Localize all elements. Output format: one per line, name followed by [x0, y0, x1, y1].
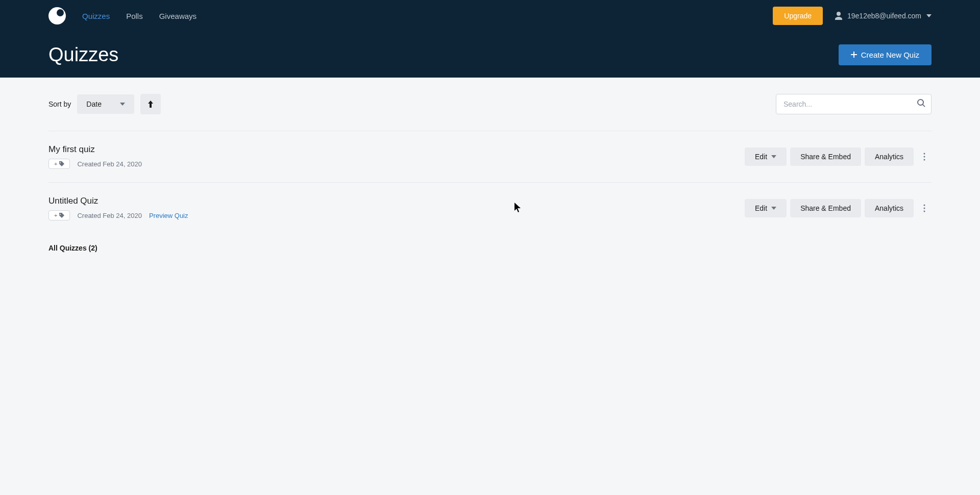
quiz-meta: + Created Feb 24, 2020 — [48, 159, 142, 169]
quiz-row: Untitled Quiz + Created Feb 24, 2020 Pre… — [48, 182, 932, 234]
upgrade-button[interactable]: Upgrade — [773, 7, 823, 25]
share-embed-button[interactable]: Share & Embed — [790, 199, 861, 217]
edit-label: Edit — [755, 204, 767, 212]
quiz-info: Untitled Quiz + Created Feb 24, 2020 Pre… — [48, 196, 188, 220]
quiz-meta: + Created Feb 24, 2020 Preview Quiz — [48, 210, 188, 220]
more-vertical-icon — [923, 204, 925, 212]
svg-point-4 — [924, 208, 925, 209]
search-wrap — [776, 94, 932, 114]
user-menu[interactable]: 19e12eb8@uifeed.com — [835, 12, 932, 20]
edit-label: Edit — [755, 153, 767, 161]
user-email: 19e12eb8@uifeed.com — [847, 12, 921, 20]
svg-point-0 — [924, 153, 925, 155]
chevron-down-icon — [926, 14, 932, 17]
create-new-quiz-button[interactable]: Create New Quiz — [839, 44, 932, 65]
sort-select[interactable]: Date — [77, 94, 134, 114]
title-row: Quizzes Create New Quiz — [0, 32, 980, 78]
chevron-down-icon — [120, 103, 125, 106]
create-button-label: Create New Quiz — [861, 51, 919, 59]
analytics-button[interactable]: Analytics — [865, 199, 914, 217]
created-date: Created Feb 24, 2020 — [77, 212, 141, 219]
filter-left: Sort by Date — [48, 94, 161, 114]
nav-left: Quizzes Polls Giveaways — [48, 7, 197, 24]
top-nav: Quizzes Polls Giveaways Upgrade 19e12eb8… — [0, 0, 980, 32]
sort-direction-button[interactable] — [140, 94, 161, 114]
quiz-info: My first quiz + Created Feb 24, 2020 — [48, 144, 142, 169]
quiz-count: All Quizzes (2) — [48, 244, 932, 252]
created-date: Created Feb 24, 2020 — [77, 160, 141, 168]
svg-point-2 — [924, 159, 925, 161]
quiz-row: My first quiz + Created Feb 24, 2020 Edi… — [48, 131, 932, 182]
nav-right: Upgrade 19e12eb8@uifeed.com — [773, 7, 932, 25]
quiz-actions: Edit Share & Embed Analytics — [745, 147, 932, 166]
nav-polls[interactable]: Polls — [126, 12, 143, 20]
nav-quizzes[interactable]: Quizzes — [82, 12, 110, 20]
svg-point-1 — [924, 156, 925, 158]
logo-icon[interactable] — [48, 7, 66, 24]
search-input[interactable] — [776, 94, 932, 114]
share-embed-button[interactable]: Share & Embed — [790, 147, 861, 166]
analytics-button[interactable]: Analytics — [865, 147, 914, 166]
page-title: Quizzes — [48, 44, 118, 66]
edit-button[interactable]: Edit — [745, 147, 787, 166]
arrow-up-icon — [148, 101, 153, 108]
preview-quiz-link[interactable]: Preview Quiz — [149, 212, 188, 219]
plus-icon — [851, 52, 857, 58]
content: Sort by Date My first quiz + — [0, 78, 980, 268]
tag-icon — [59, 161, 64, 166]
quiz-title[interactable]: My first quiz — [48, 144, 142, 155]
search-icon[interactable] — [917, 99, 925, 109]
more-options-button[interactable] — [917, 147, 932, 166]
svg-point-3 — [924, 205, 925, 206]
quiz-actions: Edit Share & Embed Analytics — [745, 199, 932, 217]
nav-giveaways[interactable]: Giveaways — [159, 12, 197, 20]
chevron-down-icon — [771, 155, 776, 158]
more-vertical-icon — [923, 153, 925, 161]
nav-links: Quizzes Polls Giveaways — [82, 12, 197, 20]
user-icon — [835, 12, 842, 20]
plus-label: + — [54, 161, 57, 167]
more-options-button[interactable] — [917, 199, 932, 217]
chevron-down-icon — [771, 207, 776, 210]
add-tag-button[interactable]: + — [48, 159, 70, 169]
sort-value: Date — [86, 100, 102, 108]
add-tag-button[interactable]: + — [48, 210, 70, 220]
plus-label: + — [54, 212, 57, 218]
filter-row: Sort by Date — [48, 94, 932, 114]
quiz-title[interactable]: Untitled Quiz — [48, 196, 188, 206]
svg-point-5 — [924, 211, 925, 212]
sort-by-label: Sort by — [48, 100, 71, 108]
edit-button[interactable]: Edit — [745, 199, 787, 217]
tag-icon — [59, 213, 64, 218]
